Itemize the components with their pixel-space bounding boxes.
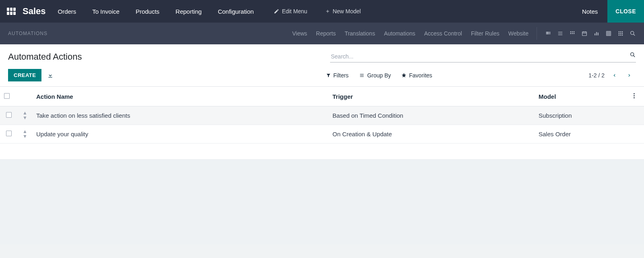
- top-menu-to-invoice[interactable]: To Invoice: [92, 8, 120, 15]
- calendar-view-icon[interactable]: [581, 31, 588, 36]
- subbar: AUTOMATIONS Views Reports Translations A…: [0, 23, 644, 44]
- download-icon: [47, 72, 54, 79]
- top-menu-products[interactable]: Products: [136, 8, 159, 15]
- header-checkbox-cell: [0, 87, 18, 106]
- edit-menu-label: Edit Menu: [282, 8, 307, 15]
- groupby-label: Group By: [367, 72, 391, 79]
- notes-button[interactable]: Notes: [572, 8, 607, 15]
- subbar-item-filter-rules[interactable]: Filter Rules: [471, 30, 500, 37]
- apps-icon: [7, 8, 16, 15]
- edit-menu-button[interactable]: Edit Menu: [274, 8, 307, 15]
- subbar-item-reports[interactable]: Reports: [316, 30, 336, 37]
- subbar-item-access-control[interactable]: Access Control: [424, 30, 462, 37]
- search-view-icon[interactable]: [630, 30, 636, 37]
- svg-rect-0: [582, 32, 587, 35]
- search-options: Filters Group By Favorites: [326, 72, 580, 79]
- content-area: Automated Actions CREATE Filters: [0, 44, 644, 160]
- svg-rect-1: [607, 31, 611, 36]
- subbar-menu: Views Reports Translations Automations A…: [292, 30, 528, 37]
- pivot-view-icon[interactable]: [605, 31, 612, 36]
- topbar-right: Notes CLOSE: [572, 0, 644, 23]
- favorites-label: Favorites: [409, 72, 432, 79]
- filters-label: Filters: [333, 72, 349, 79]
- header-options[interactable]: [630, 87, 644, 106]
- table-header-row: Action Name Trigger Model: [0, 87, 644, 106]
- kebab-icon: [634, 92, 635, 99]
- control-panel-row2: CREATE Filters Group By Favorites: [8, 69, 636, 81]
- chevron-left-icon: [613, 73, 617, 78]
- groupby-dropdown[interactable]: Group By: [359, 72, 391, 79]
- filters-dropdown[interactable]: Filters: [326, 72, 349, 79]
- topbar: Sales Orders To Invoice Products Reporti…: [0, 0, 644, 23]
- pager-next[interactable]: [625, 71, 634, 80]
- top-menu-configuration[interactable]: Configuration: [218, 8, 254, 15]
- top-menu-reporting[interactable]: Reporting: [175, 8, 202, 15]
- funnel-icon: [326, 73, 331, 78]
- plus-icon: [325, 9, 330, 14]
- table-row[interactable]: ▲▼ Update your quality On Creation & Upd…: [0, 125, 644, 144]
- cell-action: Take action on less satisfied clients: [32, 106, 328, 125]
- control-panel: Automated Actions CREATE Filters: [0, 44, 644, 87]
- pencil-icon: [274, 8, 279, 14]
- row-checkbox[interactable]: [6, 131, 12, 136]
- pager-prev[interactable]: [610, 71, 619, 80]
- cell-model: Sales Order: [535, 125, 630, 144]
- new-model-label: New Model: [332, 8, 361, 15]
- search-button[interactable]: [630, 52, 636, 58]
- card-view-icon[interactable]: [545, 31, 551, 36]
- close-button[interactable]: CLOSE: [607, 0, 644, 23]
- view-switcher: [545, 30, 636, 37]
- page-background: [0, 160, 644, 244]
- svg-point-2: [631, 31, 634, 35]
- drag-handle-icon[interactable]: ▲▼: [23, 110, 27, 120]
- brand-title[interactable]: Sales: [23, 6, 46, 17]
- export-button[interactable]: [47, 72, 54, 79]
- drag-handle-icon[interactable]: ▲▼: [23, 129, 27, 139]
- subbar-item-views[interactable]: Views: [292, 30, 307, 37]
- select-all-checkbox[interactable]: [4, 93, 10, 99]
- cell-trigger: On Creation & Update: [328, 125, 535, 144]
- top-menu: Orders To Invoice Products Reporting Con…: [58, 8, 254, 15]
- list-view-icon[interactable]: [557, 31, 564, 36]
- activity-view-icon[interactable]: [617, 31, 624, 36]
- apps-launcher[interactable]: [0, 8, 23, 15]
- subbar-item-translations[interactable]: Translations: [345, 30, 375, 37]
- star-icon: [401, 73, 407, 78]
- header-action[interactable]: Action Name: [32, 87, 328, 106]
- table-row[interactable]: ▲▼ Take action on less satisfied clients…: [0, 106, 644, 125]
- top-menu-orders[interactable]: Orders: [58, 8, 76, 15]
- new-model-button[interactable]: New Model: [325, 8, 361, 15]
- control-panel-row1: Automated Actions: [8, 51, 636, 62]
- header-model[interactable]: Model: [535, 87, 630, 106]
- header-handle-cell: [18, 87, 32, 106]
- search-icon: [630, 52, 636, 58]
- subbar-item-automations[interactable]: Automations: [384, 30, 415, 37]
- divider: [537, 27, 537, 40]
- cell-action: Update your quality: [32, 125, 328, 144]
- search-input[interactable]: [330, 51, 636, 62]
- chevron-right-icon: [627, 73, 631, 78]
- cell-model: Subscription: [535, 106, 630, 125]
- create-button[interactable]: CREATE: [8, 69, 41, 81]
- pager: 1-2 / 2: [588, 71, 636, 80]
- graph-view-icon[interactable]: [593, 31, 600, 36]
- table-footer-space: [0, 144, 644, 160]
- actions-table: Action Name Trigger Model ▲▼ Take action…: [0, 87, 644, 144]
- header-trigger[interactable]: Trigger: [328, 87, 535, 106]
- top-menu-edit-group: Edit Menu New Model: [274, 8, 361, 15]
- search-box: [330, 51, 636, 62]
- subbar-item-website[interactable]: Website: [508, 30, 528, 37]
- page-title: Automated Actions: [8, 52, 82, 62]
- kanban-view-icon[interactable]: [569, 31, 576, 36]
- cell-trigger: Based on Timed Condition: [328, 106, 535, 125]
- pager-value[interactable]: 1-2 / 2: [588, 72, 605, 79]
- breadcrumb: AUTOMATIONS: [8, 31, 47, 36]
- row-checkbox[interactable]: [6, 112, 12, 118]
- favorites-dropdown[interactable]: Favorites: [401, 72, 432, 79]
- svg-point-3: [631, 53, 634, 56]
- list-icon: [359, 73, 365, 78]
